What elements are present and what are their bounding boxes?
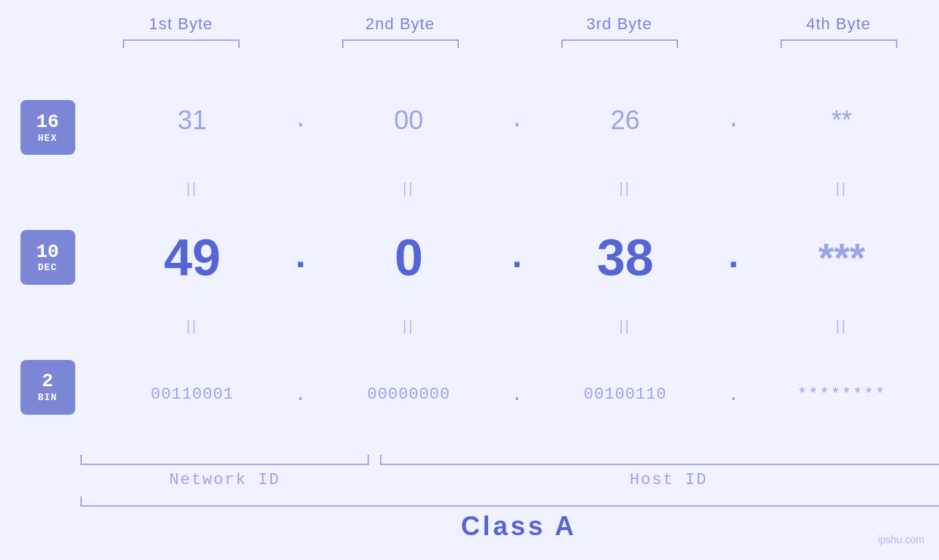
eq-sign-5: || — [186, 318, 198, 334]
dec-b1: 49 — [164, 229, 221, 287]
class-bracket-outer — [80, 496, 939, 507]
host-id-label: Host ID — [380, 471, 939, 489]
dec-number: 10 — [36, 242, 58, 263]
network-id-label: Network ID — [80, 471, 369, 489]
dec-b2-cell: 0 — [311, 229, 506, 287]
top-bracket-row — [72, 39, 940, 48]
eq4: || — [745, 180, 939, 197]
eq2: || — [311, 180, 506, 197]
bracket-line-3 — [561, 39, 678, 48]
equals-hex-dec: || || || || — [95, 178, 939, 200]
labels-col: 16 HEX 10 DEC 2 BIN — [0, 63, 95, 452]
hex-b2-cell: 00 — [311, 105, 506, 136]
bin-b2-cell: 00000000 — [311, 386, 506, 404]
byte3-header: 3rd Byte — [510, 15, 729, 34]
eq-sign-3: || — [619, 180, 631, 197]
host-id-bracket — [380, 455, 939, 465]
byte-headers: 1st Byte 2nd Byte 3rd Byte 4th Byte — [72, 15, 940, 34]
eq6: || — [311, 318, 506, 334]
eq3: || — [528, 180, 723, 197]
bin-b2: 00000000 — [368, 386, 451, 404]
hex-b1-cell: 31 — [95, 105, 289, 136]
hex-b1: 31 — [178, 105, 207, 136]
watermark: ipshu.com — [878, 534, 924, 545]
eq7: || — [528, 318, 723, 334]
bin-b4-cell: ******** — [745, 386, 939, 404]
dec-b4-cell: *** — [745, 234, 939, 281]
hex-b4: ** — [832, 105, 852, 136]
hex-badge: 16 HEX — [20, 100, 75, 155]
dec-label: DEC — [38, 262, 57, 273]
eq-sign-7: || — [619, 318, 631, 334]
hex-label: HEX — [38, 133, 57, 144]
dec-dot1: . — [289, 237, 311, 278]
eq1: || — [95, 180, 289, 197]
bin-number: 2 — [42, 371, 53, 392]
bin-b1-cell: 00110001 — [95, 386, 289, 404]
byte4-header: 4th Byte — [729, 15, 940, 34]
hex-number: 16 — [36, 112, 58, 133]
hex-b3: 26 — [611, 105, 640, 136]
bracket-cell-2 — [291, 39, 510, 48]
eq8: || — [745, 318, 939, 334]
eq-sign-6: || — [403, 318, 414, 334]
dec-badge: 10 DEC — [20, 230, 75, 285]
dec-dot2: . — [506, 237, 528, 278]
eq-sign-8: || — [836, 318, 848, 334]
eq-sign-4: || — [836, 180, 848, 197]
bracket-line-1 — [123, 39, 240, 48]
dec-b1-cell: 49 — [95, 229, 289, 287]
bottom-section: Network ID Host ID Class A ipshu.com — [0, 452, 939, 553]
class-outer-line — [80, 496, 939, 507]
bin-dot2: . — [506, 383, 528, 406]
bin-b1: 00110001 — [151, 386, 234, 404]
bin-dot3: . — [723, 383, 745, 406]
hex-dot1: . — [289, 107, 311, 134]
bin-label: BIN — [38, 392, 57, 403]
bin-b3-cell: 00100110 — [528, 386, 723, 404]
eq5: || — [95, 318, 289, 334]
dec-b4: *** — [818, 234, 865, 281]
eq-sign-2: || — [403, 180, 414, 197]
hex-dot3: . — [723, 107, 745, 134]
bin-badge: 2 BIN — [20, 360, 75, 415]
hex-b4-cell: ** — [745, 105, 939, 136]
bracket-cell-1 — [72, 39, 291, 48]
bracket-cell-3 — [510, 39, 729, 48]
hex-b3-cell: 26 — [528, 105, 723, 136]
network-id-bracket — [80, 455, 369, 465]
values-area: 31 . 00 . 26 . ** || || — [95, 63, 939, 452]
class-label: Class A — [461, 511, 577, 542]
dec-b3-cell: 38 — [528, 229, 723, 287]
dec-row: 49 . 0 . 38 . *** — [95, 200, 939, 315]
equals-dec-bin: || || || || — [95, 315, 939, 337]
bracket-cell-4 — [729, 39, 940, 48]
bracket-line-4 — [780, 39, 897, 48]
bin-b3: 00100110 — [584, 386, 667, 404]
class-label-row: Class A — [80, 511, 939, 542]
main-container: 1st Byte 2nd Byte 3rd Byte 4th Byte 16 H… — [0, 0, 939, 560]
dec-b2: 0 — [395, 229, 423, 287]
content-area: 16 HEX 10 DEC 2 BIN 31 . 00 — [0, 63, 939, 452]
byte2-header: 2nd Byte — [291, 15, 510, 34]
id-labels-row: Network ID Host ID — [80, 471, 939, 489]
bin-b4: ******** — [797, 386, 886, 404]
hex-b2: 00 — [394, 105, 423, 136]
byte1-header: 1st Byte — [72, 15, 291, 34]
hex-row: 31 . 00 . 26 . ** — [95, 63, 939, 178]
hex-dot2: . — [506, 107, 528, 134]
dec-b3: 38 — [597, 229, 654, 287]
eq-sign-1: || — [186, 180, 198, 197]
bin-dot1: . — [289, 383, 311, 406]
bracket-line-2 — [342, 39, 459, 48]
bin-row: 00110001 . 00000000 . 00100110 . *******… — [95, 337, 939, 452]
dec-dot3: . — [723, 237, 745, 278]
bottom-brackets-row — [80, 455, 939, 465]
